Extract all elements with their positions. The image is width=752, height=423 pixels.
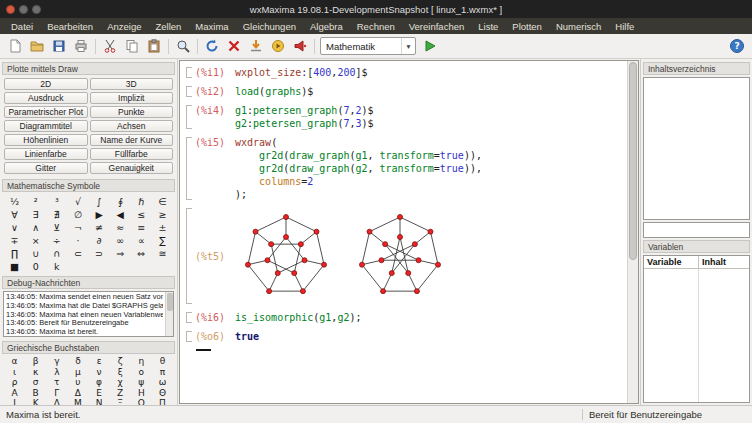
worksheet-scrollbar[interactable] [627,61,638,403]
greek-letter-Ε[interactable]: Ε [89,388,110,399]
draw-button-achsen[interactable]: Achsen [90,120,174,132]
maximize-button[interactable] [32,5,41,14]
symbol-⊻[interactable]: ⊻ [46,221,67,233]
symbol-⇒[interactable]: ⇒ [110,247,131,259]
greek-letter-ζ[interactable]: ζ [110,356,131,367]
symbol-±[interactable]: ± [152,221,173,233]
greek-letter-ψ[interactable]: ψ [131,377,152,388]
greek-letter-Μ[interactable]: Μ [67,398,88,405]
greek-letter-Ι[interactable]: Ι [4,398,25,405]
symbol-∩[interactable]: ∩ [46,247,67,259]
draw-button-ausdruck[interactable]: Ausdruck [4,92,88,104]
symbol-≅[interactable]: ≅ [152,247,173,259]
symbol-∃[interactable]: ∃ [25,208,46,220]
menu-item-gleichungen[interactable]: Gleichungen [236,20,303,33]
symbol-≈[interactable]: ≈ [110,221,131,233]
symbol-×[interactable]: × [25,234,46,246]
greek-letter-ν[interactable]: ν [89,367,110,378]
greek-letter-Λ[interactable]: Λ [46,398,67,405]
greek-letter-ε[interactable]: ε [89,356,110,367]
greek-letter-Δ[interactable]: Δ [67,388,88,399]
symbol-≡[interactable]: ≡ [131,221,152,233]
draw-button-parametrischer-plot[interactable]: Parametrischer Plot [4,106,88,118]
symbol-⋅[interactable]: ⋅ [67,234,88,246]
symbol-∂[interactable]: ∂ [89,234,110,246]
symbol-½[interactable]: ½ [4,195,25,207]
greek-letter-τ[interactable]: τ [46,377,67,388]
symbol-∝[interactable]: ∝ [131,234,152,246]
paste-icon[interactable] [143,36,165,57]
symbol-∮[interactable]: ∮ [110,195,131,207]
copy-icon[interactable] [121,36,143,57]
menu-item-plotten[interactable]: Plotten [505,20,549,33]
symbol-∞[interactable]: ∞ [110,234,131,246]
menu-item-algebra[interactable]: Algebra [303,20,350,33]
variables-table-body[interactable] [644,269,749,402]
help-icon[interactable]: ? [726,36,748,57]
worksheet[interactable]: (%i1)wxplot_size:[400,200]$(%i2)load(gra… [180,61,627,403]
cell-code[interactable]: wxplot_size:[400,200]$ [235,66,367,79]
menu-item-maxima[interactable]: Maxima [188,20,235,33]
cell-code[interactable]: wxdraw( gr2d(draw_graph(g1, transform=tr… [235,136,482,201]
symbol-⊃[interactable]: ⊃ [89,247,110,259]
greek-letter-ο[interactable]: ο [131,367,152,378]
symbol-≠[interactable]: ≠ [89,221,110,233]
greek-letter-θ[interactable]: θ [152,356,173,367]
greek-letter-π[interactable]: π [152,367,173,378]
greek-letter-κ[interactable]: κ [25,367,46,378]
math-input-combobox[interactable]: Mathematik ▼ [320,37,416,55]
symbol-∄[interactable]: ∄ [46,208,67,220]
greek-letter-ω[interactable]: ω [152,377,173,388]
greek-letter-β[interactable]: β [25,356,46,367]
symbol-ℏ[interactable]: ℏ [131,195,152,207]
draw-button-linienfarbe[interactable]: Linienfarbe [4,148,88,160]
greek-letter-Ν[interactable]: Ν [89,398,110,405]
greek-letter-ι[interactable]: ι [4,367,25,378]
restart-maxima-icon[interactable] [201,36,223,57]
symbol-¬[interactable]: ¬ [67,221,88,233]
save-icon[interactable] [48,36,70,57]
cell-code[interactable]: is_isomorphic(g1,g2); [235,311,361,324]
draw-button-diagrammtitel[interactable]: Diagrammtitel [4,120,88,132]
menu-item-zellen[interactable]: Zellen [148,20,188,33]
greek-letter-Ζ[interactable]: Ζ [110,388,131,399]
worksheet-scrollbar-thumb[interactable] [629,62,637,260]
evaluate-button[interactable] [419,36,441,57]
horizontal-cursor[interactable] [196,349,211,351]
toc-list[interactable] [643,77,750,220]
greek-letter-Β[interactable]: Β [25,388,46,399]
greek-letter-Α[interactable]: Α [4,388,25,399]
symbol-∈[interactable]: ∈ [152,195,173,207]
cell-code[interactable]: g1:petersen_graph(7,2)$g2:petersen_graph… [235,104,374,130]
greek-letter-Κ[interactable]: Κ [25,398,46,405]
symbol-∨[interactable]: ∨ [4,221,25,233]
menu-item-vereinfachen[interactable]: Vereinfachen [402,20,471,33]
symbol-∀[interactable]: ∀ [4,208,25,220]
greek-letter-γ[interactable]: γ [46,356,67,367]
print-icon[interactable] [70,36,92,57]
toc-filter-input[interactable] [643,222,750,238]
greek-letter-υ[interactable]: υ [67,377,88,388]
menu-item-datei[interactable]: Datei [4,20,40,33]
greek-letter-χ[interactable]: χ [110,377,131,388]
cut-icon[interactable] [99,36,121,57]
greek-letter-ρ[interactable]: ρ [4,377,25,388]
symbol-∧[interactable]: ∧ [25,221,46,233]
symbol-∏[interactable]: ∏ [4,247,25,259]
new-document-icon[interactable] [4,36,26,57]
greek-letter-Γ[interactable]: Γ [46,388,67,399]
symbol-≥[interactable]: ≥ [152,208,173,220]
greek-letter-σ[interactable]: σ [25,377,46,388]
draw-button-höhenlinien[interactable]: Höhenlinien [4,134,88,146]
menu-item-liste[interactable]: Liste [471,20,505,33]
draw-button-füllfarbe[interactable]: Füllfarbe [90,148,174,160]
debug-scrollbar[interactable] [165,292,173,336]
menu-item-anzeige[interactable]: Anzeige [100,20,148,33]
symbol-∅[interactable]: ∅ [67,208,88,220]
symbol-⊂[interactable]: ⊂ [67,247,88,259]
evaluate-cell-icon[interactable] [245,36,267,57]
greek-letter-μ[interactable]: μ [67,367,88,378]
menu-item-bearbeiten[interactable]: Bearbeiten [40,20,100,33]
symbol-⇔[interactable]: ⇔ [131,247,152,259]
greek-letter-η[interactable]: η [131,356,152,367]
